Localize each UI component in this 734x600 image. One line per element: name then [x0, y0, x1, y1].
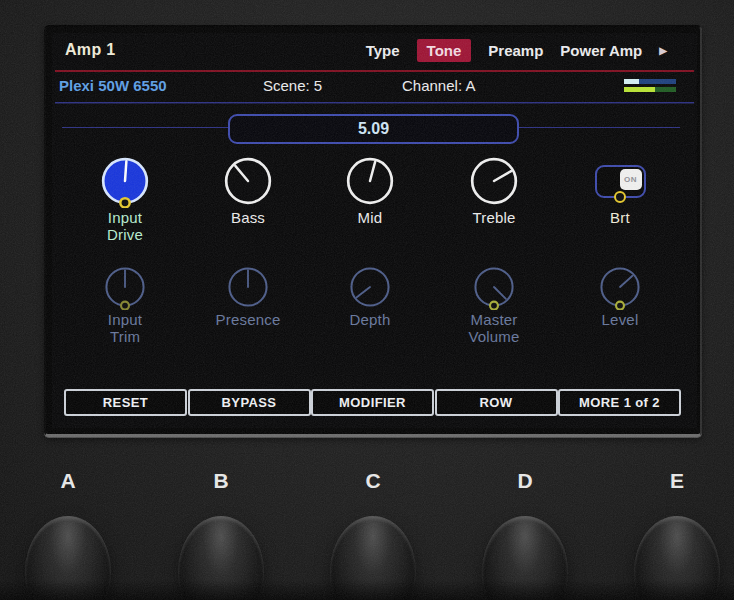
knob-dial	[221, 154, 275, 208]
knob-label: Treble	[449, 209, 539, 226]
knob-input-trim[interactable]: Input Trim	[80, 264, 170, 345]
knob-dial	[467, 154, 521, 208]
knob-treble[interactable]: Treble	[449, 154, 539, 226]
toggle-brt[interactable]: ON Brt	[575, 154, 665, 226]
knob-label: Level	[575, 311, 665, 328]
knob-label: Input Drive	[80, 209, 170, 243]
panel-label-a: A	[46, 469, 90, 493]
knob-label: Master Volume	[449, 311, 539, 345]
knob-dial	[471, 264, 517, 310]
knob-dial	[98, 154, 152, 208]
knob-depth[interactable]: Depth	[325, 264, 415, 328]
soft-button-bar: RESET BYPASS MODIFIER ROW MORE 1 of 2	[64, 389, 681, 416]
knob-label: Brt	[575, 209, 665, 226]
knob-master-volume[interactable]: Master Volume	[449, 264, 539, 345]
knob-label: Bass	[203, 209, 293, 226]
panel-shadow	[0, 580, 734, 600]
modifier-dot	[120, 198, 129, 207]
knob-dial	[343, 154, 397, 208]
tab-power-amp[interactable]: Power Amp	[560, 39, 642, 62]
header-divider	[55, 70, 694, 72]
knob-input-drive[interactable]: Input Drive	[80, 154, 170, 243]
knob-presence[interactable]: Presence	[203, 264, 293, 328]
knob-mid[interactable]: Mid	[325, 154, 415, 226]
block-title: Amp 1	[65, 41, 115, 59]
panel-label-b: B	[199, 469, 243, 493]
channel-indicator[interactable]: Channel: A	[402, 77, 475, 94]
modifier-dot	[490, 302, 498, 310]
meter-output-fill	[624, 87, 655, 92]
preset-name[interactable]: Plexi 50W 6550	[59, 77, 167, 94]
tab-type[interactable]: Type	[366, 39, 400, 62]
amp-modeler-device: { "colors": { "accent_red": "#9e1233", "…	[0, 0, 734, 600]
reset-button[interactable]: RESET	[64, 389, 187, 416]
preset-divider	[55, 102, 694, 103]
knob-dial	[225, 264, 271, 310]
knob-label: Input Trim	[80, 311, 170, 345]
knob-dial	[102, 264, 148, 310]
modifier-dot	[614, 191, 626, 203]
row-button[interactable]: ROW	[435, 389, 558, 416]
meter-input	[624, 79, 676, 84]
toggle-switch[interactable]: ON	[595, 165, 646, 198]
meter-output	[624, 87, 676, 92]
knob-level[interactable]: Level	[575, 264, 665, 328]
modifier-dot	[616, 302, 624, 310]
more-pages-button[interactable]: MORE 1 of 2	[558, 389, 681, 416]
knob-label: Presence	[203, 311, 293, 328]
panel-label-d: D	[503, 469, 547, 493]
knob-label: Mid	[325, 209, 415, 226]
level-meters	[624, 79, 676, 95]
scene-indicator[interactable]: Scene: 5	[263, 77, 322, 94]
tab-bar: Type Tone Preamp Power Amp ▶	[366, 39, 667, 62]
modifier-dot	[121, 302, 129, 310]
tab-preamp[interactable]: Preamp	[488, 39, 543, 62]
knob-dial	[347, 264, 393, 310]
knob-bass[interactable]: Bass	[203, 154, 293, 226]
lcd-screen: Amp 1 Type Tone Preamp Power Amp ▶ Plexi…	[52, 33, 697, 428]
more-tabs-arrow-icon[interactable]: ▶	[659, 45, 667, 56]
toggle-thumb: ON	[620, 169, 642, 190]
meter-input-fill	[624, 79, 639, 84]
knob-dial	[597, 264, 643, 310]
parameter-value-display: 5.09	[228, 114, 519, 144]
panel-label-e: E	[655, 469, 699, 493]
panel-label-c: C	[351, 469, 395, 493]
knob-label: Depth	[325, 311, 415, 328]
tab-tone[interactable]: Tone	[417, 39, 472, 62]
bypass-button[interactable]: BYPASS	[188, 389, 311, 416]
modifier-button[interactable]: MODIFIER	[311, 389, 434, 416]
